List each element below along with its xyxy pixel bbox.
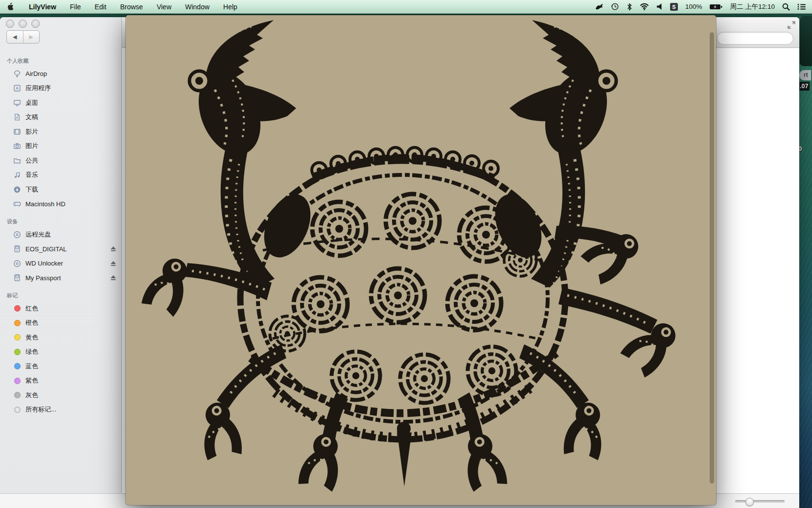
sidebar-item-tag[interactable]: 红色 <box>0 301 121 316</box>
apple-menu[interactable] <box>0 0 22 13</box>
minimize-button[interactable] <box>19 20 27 28</box>
menu-lilyview[interactable]: LilyView <box>22 0 63 13</box>
downloads-icon <box>13 186 22 194</box>
menu-help[interactable]: Help <box>216 0 244 13</box>
sidebar-item-label: 绿色 <box>25 347 116 356</box>
sidebar-item-label: 蓝色 <box>25 362 116 371</box>
sidebar-item-tag[interactable]: 蓝色 <box>0 359 121 374</box>
sidebar-item-label: 橙色 <box>25 318 116 327</box>
menu-edit[interactable]: Edit <box>88 0 113 13</box>
sidebar-item-label: 文稿 <box>25 113 116 121</box>
sidebar-item-airdrop[interactable]: AirDrop <box>0 67 121 81</box>
music-icon <box>13 171 22 179</box>
menu-window[interactable]: Window <box>178 0 216 13</box>
forward-button[interactable]: ▶ <box>23 31 40 43</box>
status-icons: S 100% 周二 上午12:10 <box>595 0 812 13</box>
sidebar-item-music[interactable]: 音乐 <box>0 168 121 183</box>
tag-color-dot <box>14 363 21 369</box>
sidebar-item-label: 所有标记... <box>25 405 116 414</box>
sidebar-item-label: 公共 <box>25 156 116 165</box>
eject-button[interactable] <box>110 261 116 266</box>
wifi-icon[interactable] <box>640 3 649 10</box>
public-icon <box>13 157 22 165</box>
sidebar-item-optical-disc[interactable]: WD Unlocker <box>0 256 121 271</box>
zoom-button[interactable] <box>31 20 40 28</box>
sidebar-section-header: 个人收藏 <box>7 57 121 65</box>
lilyview-window[interactable] <box>126 15 716 505</box>
close-button[interactable] <box>6 20 14 28</box>
slider-knob[interactable] <box>745 498 754 506</box>
menu-file[interactable]: File <box>63 0 88 13</box>
sidebar-item-applications[interactable]: A应用程序 <box>0 81 121 96</box>
sidebar-item-tag[interactable]: 黄色 <box>0 330 121 345</box>
desktop-icon-label-fragment[interactable]: rt <box>799 70 811 80</box>
battery-icon[interactable] <box>709 3 722 10</box>
tag-color-dot <box>14 334 21 340</box>
sidebar-item-external-drive[interactable]: EOS_DIGITAL <box>0 242 121 257</box>
tag-color-dot <box>14 392 21 398</box>
sidebar-item-desktop[interactable]: 桌面 <box>0 96 121 110</box>
documents-icon <box>13 113 22 121</box>
tag-color-dot <box>14 349 21 355</box>
crab-artwork <box>126 15 716 505</box>
sidebar-item-tag[interactable]: 紫色 <box>0 374 121 388</box>
sidebar-item-tag[interactable]: 灰色 <box>0 388 121 403</box>
nav-buttons: ◀ ▶ <box>6 30 40 44</box>
sidebar-item-pictures[interactable]: 图片 <box>0 139 121 154</box>
icon-size-slider[interactable] <box>735 500 785 503</box>
window-controls <box>6 20 40 28</box>
sidebar-item-optical-disc[interactable]: 远程光盘 <box>0 227 121 242</box>
sidebar-item-documents[interactable]: 文稿 <box>0 110 121 125</box>
sidebar-item-downloads[interactable]: 下载 <box>0 182 121 197</box>
menu-bar: LilyViewFileEditBrowseViewWindowHelp <box>0 0 812 14</box>
eject-button[interactable] <box>110 275 116 281</box>
sidebar-section-header: 标记 <box>7 292 121 299</box>
sidebar-item-label: 下载 <box>25 185 116 194</box>
search-input[interactable] <box>717 32 793 45</box>
volume-icon[interactable] <box>656 3 663 10</box>
sidebar-item-label: 音乐 <box>25 170 116 179</box>
menu-browse[interactable]: Browse <box>113 0 150 13</box>
sidebar-item-tag[interactable]: 绿色 <box>0 345 121 360</box>
sidebar-item-movies[interactable]: 影片 <box>0 124 121 139</box>
tag-color-dot <box>14 320 21 326</box>
apple-icon <box>7 2 14 11</box>
tag-color-dot <box>14 305 21 312</box>
sidebar-item-label: 黄色 <box>25 333 116 342</box>
time-machine-icon[interactable] <box>611 2 619 11</box>
menubar-clock[interactable]: 周二 上午12:10 <box>730 2 775 11</box>
spotlight-icon[interactable] <box>782 3 790 11</box>
battery-percent: 100% <box>685 3 702 10</box>
all-tags-icon <box>14 407 21 413</box>
proxy-s-icon[interactable]: S <box>670 3 678 11</box>
hard-drive-icon <box>13 200 22 208</box>
sidebar-section-header: 设备 <box>7 218 121 225</box>
bluetooth-icon[interactable] <box>626 3 632 11</box>
sidebar-item-label: EOS_DIGITAL <box>25 245 107 253</box>
back-button[interactable]: ◀ <box>7 31 23 43</box>
fullscreen-button[interactable] <box>787 21 796 29</box>
fullscreen-arrows-icon <box>788 21 795 29</box>
movies-icon <box>13 128 22 136</box>
desktop-icon-fragment[interactable] <box>800 16 812 66</box>
menu-view[interactable]: View <box>150 0 178 13</box>
applications-icon: A <box>13 84 22 92</box>
vertical-scrollbar[interactable] <box>710 32 714 484</box>
sidebar-item-label: 应用程序 <box>25 84 116 93</box>
notification-center-icon[interactable] <box>797 3 806 10</box>
sidebar-item-tag[interactable]: 所有标记... <box>0 403 121 417</box>
desktop-icon <box>13 99 22 107</box>
tag-color-dot <box>14 378 21 384</box>
optical-disc-icon <box>13 231 22 239</box>
sidebar-item-hard-drive[interactable]: Macintosh HD <box>0 197 121 212</box>
sidebar-item-public[interactable]: 公共 <box>0 153 121 168</box>
bird-icon[interactable] <box>595 3 603 11</box>
sidebar-item-external-drive[interactable]: My Passport <box>0 271 121 286</box>
sidebar-item-tag[interactable]: 橙色 <box>0 316 121 331</box>
sidebar-item-label: 远程光盘 <box>25 230 116 239</box>
sidebar-item-label: WD Unlocker <box>25 260 107 267</box>
eject-button[interactable] <box>110 246 116 252</box>
finder-sidebar: ◀ ▶ 个人收藏AirDropA应用程序桌面文稿影片图片公共音乐下载Macint… <box>0 17 122 494</box>
pictures-icon <box>13 142 22 150</box>
optical-disc-icon <box>13 260 22 267</box>
